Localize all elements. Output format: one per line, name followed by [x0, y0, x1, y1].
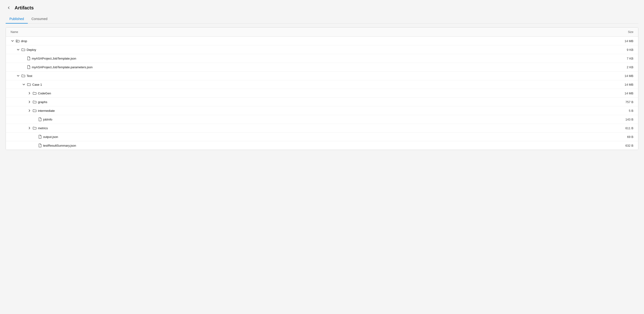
page-container: Artifacts Published Consumed Name Size [0, 0, 644, 314]
row-name: Test [16, 74, 32, 78]
chevron-right-icon[interactable] [28, 126, 31, 130]
row-size: 14 MB [614, 39, 634, 43]
row-name: graphs [28, 100, 47, 104]
table-row: jobInfo 143 B [6, 115, 638, 124]
row-label: drop [21, 39, 27, 43]
row-name: myASAProject.JobTemplate.json [22, 56, 76, 60]
row-name: metrics [28, 126, 48, 130]
table-header: Name Size [6, 27, 638, 37]
row-label: jobInfo [43, 118, 52, 121]
row-name: jobInfo [33, 117, 52, 121]
folder-icon [33, 109, 36, 112]
table-row: myASAProject.JobTemplate.json 7 KB [6, 54, 638, 63]
row-name: output.json [33, 135, 58, 139]
row-size: 757 B [614, 100, 634, 104]
column-size-header: Size [614, 30, 634, 34]
column-name-header: Name [10, 30, 18, 34]
tab-consumed[interactable]: Consumed [28, 14, 51, 23]
row-name: intermediate [28, 109, 55, 112]
folder-icon [22, 74, 25, 78]
table-row: graphs 757 B [6, 98, 638, 106]
row-size: 69 B [614, 135, 634, 139]
folder-icon [22, 48, 25, 51]
row-size: 611 B [614, 126, 634, 130]
chevron-down-icon[interactable] [16, 48, 20, 51]
folder-icon [16, 39, 20, 43]
file-icon [27, 65, 30, 69]
row-name: Deploy [16, 48, 36, 51]
folder-icon [33, 126, 36, 130]
row-label: Case 1 [32, 83, 42, 86]
chevron-right-icon[interactable] [28, 91, 31, 95]
table-row: CodeGen 14 MB [6, 89, 638, 98]
tabs-container: Published Consumed [6, 14, 638, 23]
row-label: Test [26, 74, 32, 78]
file-icon [38, 144, 42, 147]
row-label: Deploy [26, 48, 36, 51]
file-icon [27, 56, 30, 60]
row-label: intermediate [38, 109, 55, 112]
row-name: myASAProject.JobTemplate.parameters.json [22, 65, 92, 69]
file-icon [38, 135, 42, 139]
table-row: intermediate 5 B [6, 106, 638, 115]
row-size: 14 MB [614, 74, 634, 78]
row-label: output.json [43, 135, 58, 139]
row-name: Case 1 [22, 83, 42, 86]
chevron-right-icon[interactable] [28, 109, 31, 112]
folder-icon [33, 91, 36, 95]
row-label: CodeGen [38, 92, 51, 95]
table-row: metrics 611 B [6, 124, 638, 133]
row-label: graphs [38, 100, 47, 104]
page-title: Artifacts [14, 5, 34, 10]
page-header: Artifacts [6, 5, 638, 11]
row-size: 9 KB [614, 48, 634, 51]
table-row: Test 14 MB [6, 71, 638, 80]
row-label: myASAProject.JobTemplate.parameters.json [32, 65, 92, 69]
row-size: 14 MB [614, 92, 634, 95]
row-size: 143 B [614, 118, 634, 121]
row-size: 7 KB [614, 57, 634, 60]
tab-published[interactable]: Published [6, 14, 28, 23]
folder-icon [33, 100, 36, 104]
row-name: CodeGen [28, 91, 51, 95]
file-icon [38, 117, 42, 121]
row-size: 14 MB [614, 83, 634, 86]
table-row: myASAProject.JobTemplate.parameters.json… [6, 63, 638, 71]
row-size: 2 KB [614, 65, 634, 69]
back-button[interactable] [6, 5, 12, 11]
table-row: Case 1 14 MB [6, 80, 638, 89]
table-row: Deploy 9 KB [6, 45, 638, 54]
chevron-down-icon[interactable] [16, 74, 20, 78]
table-row: testResultSummary.json 632 B [6, 141, 638, 150]
chevron-right-icon[interactable] [28, 100, 31, 104]
row-label: myASAProject.JobTemplate.json [32, 57, 76, 60]
row-name: drop [10, 39, 27, 43]
artifacts-table: Name Size drop 14 [6, 27, 638, 150]
chevron-down-icon[interactable] [10, 39, 14, 43]
row-label: testResultSummary.json [43, 144, 76, 147]
folder-icon [27, 83, 31, 86]
row-name: testResultSummary.json [33, 144, 76, 147]
row-size: 5 B [614, 109, 634, 112]
table-row: output.json 69 B [6, 133, 638, 141]
table-row: drop 14 MB [6, 37, 638, 45]
row-size: 632 B [614, 144, 634, 147]
chevron-down-icon[interactable] [22, 83, 26, 86]
row-label: metrics [38, 126, 48, 130]
